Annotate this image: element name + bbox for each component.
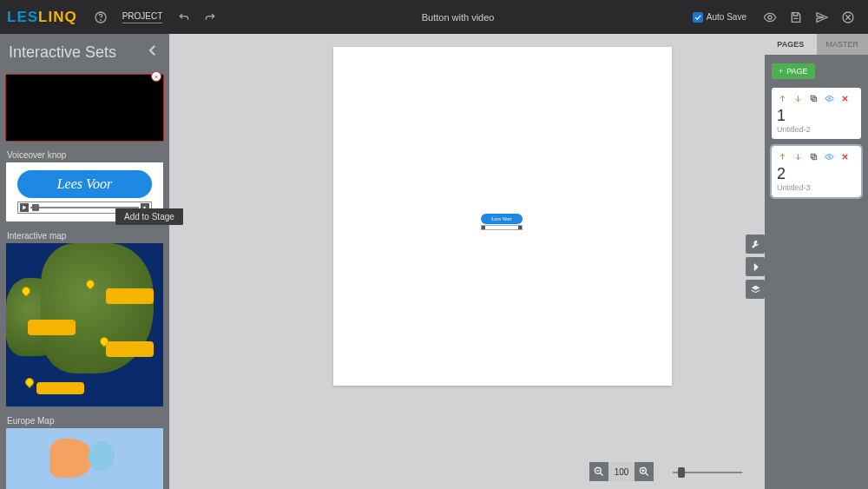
duplicate-icon[interactable] xyxy=(808,93,819,103)
svg-point-2 xyxy=(768,16,772,19)
zoom-value[interactable]: 100 xyxy=(608,462,635,481)
panel-toggles xyxy=(746,235,765,302)
app-header: LESLINQ PROJECT Button with video Auto S… xyxy=(0,0,868,34)
right-tabs: PAGES MASTER xyxy=(765,34,868,55)
duplicate-icon[interactable] xyxy=(808,151,819,162)
page-tools xyxy=(777,93,856,103)
undo-icon[interactable] xyxy=(174,8,194,27)
layers-toggle-icon[interactable] xyxy=(746,280,765,299)
page-card[interactable]: 1 Untitled-2 xyxy=(772,88,861,139)
page-card[interactable]: 2 Untitled-3 xyxy=(772,146,861,197)
close-app-icon[interactable] xyxy=(838,8,858,27)
plus-icon: + xyxy=(779,67,783,76)
add-page-label: PAGE xyxy=(786,67,807,76)
move-up-icon[interactable] xyxy=(777,151,787,162)
set-thumb-interactive-map xyxy=(5,242,164,407)
delete-icon[interactable] xyxy=(839,93,850,103)
svg-rect-10 xyxy=(812,155,817,160)
zoom-controls: 100 xyxy=(589,462,654,481)
project-title: Button with video xyxy=(223,12,693,23)
sidebar-title: Interactive Sets xyxy=(9,43,116,62)
collapse-sidebar-icon[interactable] xyxy=(145,43,161,62)
page-number: 1 xyxy=(777,107,856,125)
set-label: Europe Map xyxy=(7,416,164,426)
move-down-icon[interactable] xyxy=(792,151,803,162)
zoom-slider[interactable] xyxy=(673,468,742,477)
page-number: 2 xyxy=(777,165,856,183)
remove-icon[interactable]: × xyxy=(151,71,161,82)
save-icon[interactable] xyxy=(786,8,806,27)
page-name: Untitled-2 xyxy=(777,125,856,134)
set-thumb-video: × xyxy=(5,74,164,142)
checkbox-checked-icon xyxy=(693,12,703,23)
redo-icon[interactable] xyxy=(201,8,220,27)
move-up-icon[interactable] xyxy=(777,93,787,103)
set-label: Voiceover knop xyxy=(7,150,164,160)
add-page-button[interactable]: + PAGE xyxy=(772,63,815,79)
visibility-icon[interactable] xyxy=(824,93,834,103)
set-item[interactable]: Europe Map xyxy=(0,409,169,489)
autosave-toggle[interactable]: Auto Save xyxy=(693,12,746,23)
visibility-icon[interactable] xyxy=(824,151,834,162)
page-name: Untitled-3 xyxy=(777,183,856,192)
stage-voiceover-button[interactable]: Lees Voor xyxy=(481,214,523,224)
voiceover-button-preview: Lees Voor xyxy=(17,170,152,198)
tools-toggle-icon[interactable] xyxy=(746,235,765,254)
svg-point-11 xyxy=(828,155,830,157)
help-icon[interactable] xyxy=(91,8,110,27)
project-link[interactable]: PROJECT xyxy=(122,11,163,23)
set-item[interactable]: Interactive map xyxy=(0,224,169,409)
play-icon xyxy=(20,203,29,212)
sidebar-header: Interactive Sets xyxy=(0,34,169,70)
svg-rect-9 xyxy=(811,154,815,158)
app-logo: LESLINQ xyxy=(7,9,77,26)
zoom-out-button[interactable] xyxy=(589,462,608,481)
move-down-icon[interactable] xyxy=(792,93,803,103)
tooltip-add-to-stage: Add to Stage xyxy=(115,208,183,225)
autosave-label: Auto Save xyxy=(707,12,746,22)
expand-toggle-icon[interactable] xyxy=(746,257,765,276)
zoom-in-button[interactable] xyxy=(635,462,654,481)
stage-canvas[interactable]: Lees Voor xyxy=(333,47,672,386)
page-tools xyxy=(777,151,856,162)
set-label: Interactive map xyxy=(7,231,164,241)
stage-audio-bar[interactable] xyxy=(481,225,523,230)
svg-point-1 xyxy=(100,20,101,21)
right-panel: PAGES MASTER + PAGE 1 Untitled-2 xyxy=(765,34,868,489)
send-icon[interactable] xyxy=(812,8,832,27)
set-thumb-europe-map xyxy=(5,427,164,489)
delete-icon[interactable] xyxy=(839,151,850,162)
svg-point-8 xyxy=(828,97,830,99)
tab-master[interactable]: MASTER xyxy=(817,34,869,55)
set-item[interactable]: × xyxy=(0,70,169,143)
sidebar: Interactive Sets × Voiceover knop Lees V… xyxy=(0,34,169,489)
canvas-area: Lees Voor 100 xyxy=(169,34,765,489)
preview-icon[interactable] xyxy=(760,8,779,27)
tab-pages[interactable]: PAGES xyxy=(765,34,817,55)
